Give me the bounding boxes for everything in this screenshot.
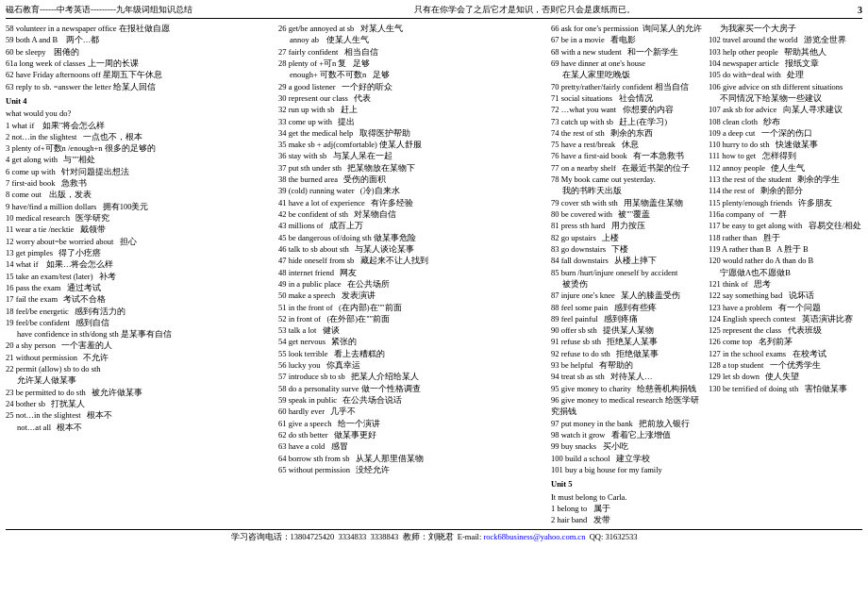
entry: 95 give money to charity 给慈善机构捐钱 <box>551 383 705 394</box>
entry: 97 put money in the bank 把前放入银行 <box>551 418 705 429</box>
entry: 71 social situations 社会情况 <box>551 92 705 104</box>
entry: 9 have/find a million dollars 拥有100美元 <box>6 201 275 212</box>
entry: 为我家买一个大房子 <box>709 23 862 34</box>
entry: 101 buy a big house for my family <box>551 464 705 475</box>
entry: 77 on a nearby shelf 在最近书架的位子 <box>551 162 705 174</box>
entry: 48 internet friend 网友 <box>278 267 547 278</box>
entry: 68 with a new student 和一个新学生 <box>551 46 705 58</box>
entry: 118 rather than 胜于 <box>709 232 862 243</box>
entry: 61 give a speech 给一个演讲 <box>278 418 547 429</box>
entry: 56 lucky you 你真幸运 <box>278 359 547 371</box>
entry: 63 have a cold 感冒 <box>278 440 547 452</box>
entry: 1 what if 如果"将会怎么样 <box>6 120 275 131</box>
entry: 35 make sb + adj(comfortable) 使某人舒服 <box>278 139 547 150</box>
entry: 89 feel painful 感到疼痛 <box>551 313 705 324</box>
entry: 65 without permission 没经允许 <box>278 464 547 475</box>
column-3-right: 为我家买一个大房子 102 travel around the world 游览… <box>709 23 862 525</box>
entry: 28 plenty of +可n 复 足够 <box>278 58 547 69</box>
entry: 70 pretty/rather/fairly confident 相当自信 <box>551 81 705 92</box>
entry: 51 in the front of (在内部)在""前面 <box>278 302 547 313</box>
entry: 34 get the medical help 取得医护帮助 <box>278 127 547 139</box>
entry: 127 in the school exams 在校考试 <box>709 348 862 359</box>
entry: have confidence in sth/dong sth 是某事有自信 <box>6 328 275 340</box>
column-3-left: 66 ask for one's permission 询问某人的允许 67 b… <box>551 23 705 525</box>
entry: 42 be confident of sth 对某物自信 <box>278 208 547 220</box>
entry: 114 the rest of 剩余的部分 <box>709 185 862 196</box>
entry: 109 a deep cut 一个深的伤口 <box>709 127 862 139</box>
entry: 32 run up with sb 赶上 <box>278 104 547 115</box>
entry: 45 be dangerous of/doing sth 做某事危险 <box>278 232 547 243</box>
entry: 43 millions of 成百上万 <box>278 220 547 231</box>
entry: 123 have a problem 有一个问题 <box>709 302 862 313</box>
entry: 122 say something bad 说坏话 <box>709 290 862 301</box>
entry: 49 in a public place 在公共场所 <box>278 278 547 290</box>
entry: 18 feel/be energetic 感到有活力的 <box>6 306 275 317</box>
entry: 102 travel around the world 游览全世界 <box>709 34 862 45</box>
entry: 75 have a rest/break 休息 <box>551 139 705 150</box>
entry: 54 get nervous 紧张的 <box>278 336 547 347</box>
entry: 72 …what you want 你想要的内容 <box>551 104 705 115</box>
entry: 110 hurry to do sth 快速做某事 <box>709 139 862 150</box>
entry: 23 be permitted to do sth 被允许做某事 <box>6 387 275 398</box>
page-container: 磁石教育------中考英语---------九年级词组知识总结 只有在你学会了… <box>0 0 868 547</box>
entry: 59 both A and B 两个…都 <box>6 34 275 45</box>
column-3: 66 ask for one's permission 询问某人的允许 67 b… <box>551 23 862 525</box>
entry: 我的书昨天出版 <box>551 185 705 196</box>
entry: 84 fall downstairs 从楼上摔下 <box>551 255 705 266</box>
entry: 129 let sb down 使人失望 <box>709 371 862 382</box>
entry: 2 hair band 发带 <box>551 514 705 525</box>
entry: 107 ask sb for advice 向某人寻求建议 <box>709 104 862 115</box>
entry: 19 feel/be confident 感到自信 <box>6 317 275 328</box>
entry: 4 get along with 与""相处 <box>6 154 275 165</box>
entry: 21 without permission 不允许 <box>6 352 275 363</box>
entry: 67 be in a movie 看电影 <box>551 34 705 45</box>
entry: 8 come out 出版，发表 <box>6 189 275 200</box>
entry: 93 be helpful 有帮助的 <box>551 359 705 371</box>
entry: 98 watch it grow 看着它上涨增值 <box>551 429 705 440</box>
page-header: 磁石教育------中考英语---------九年级词组知识总结 只有在你学会了… <box>6 4 862 19</box>
entry: 1 belong to 属于 <box>551 503 705 514</box>
entry: 90 offer sb sth 提供某人某物 <box>551 324 705 336</box>
entry: 16 pass the exam 通过考试 <box>6 282 275 293</box>
entry: 61a long week of classes 上一周的长课 <box>6 58 275 69</box>
entry: 115 plenty/enough friends 许多朋友 <box>709 197 862 208</box>
entry: 39 (cold) running water (冷)自来水 <box>278 185 547 196</box>
entry: 57 introduce sb to sb 把某人介绍给某人 <box>278 371 547 382</box>
entry: 124 English speech contest 英语演讲比赛 <box>709 313 862 324</box>
entry: 130 be terrified of doing sth 害怕做某事 <box>709 383 862 394</box>
entry: 允许某人做某事 <box>6 374 275 386</box>
column-2: 26 get/be annoyed at sb 对某人生气 annoy ab 使… <box>278 23 547 525</box>
entry: 60 be sleepy 困倦的 <box>6 46 275 58</box>
entry: 36 stay with sb 与某人呆在一起 <box>278 150 547 161</box>
entry: 26 get/be annoyed at sb 对某人生气 <box>278 23 547 34</box>
entry: 13 get pimples 得了小疙瘩 <box>6 247 275 258</box>
entry: 38 the burned area 受伤的面积 <box>278 174 547 185</box>
entry: 100 build a school 建立学校 <box>551 453 705 464</box>
entry: 99 buy snacks 买小吃 <box>551 440 705 452</box>
entry: 108 clean cloth 纱布 <box>709 116 862 127</box>
entry: 53 talk a lot 健谈 <box>278 324 547 336</box>
entry: 59 speak in public 在公共场合说话 <box>278 394 547 406</box>
footer-email[interactable]: rock68business@yahoo.com.cn <box>483 532 585 541</box>
entry: 73 catch up with sb 赶上(在学习) <box>551 116 705 127</box>
entry: 103 help other people 帮助其他人 <box>709 46 862 58</box>
unit-subtitle: what would you do? <box>6 108 275 119</box>
unit-title: Unit 4 <box>6 95 275 107</box>
entry: 25 not…in the slightest 根本不 <box>6 409 275 421</box>
entry: 79 cover sth with sth 用某物盖住某物 <box>551 197 705 208</box>
entry: 88 feel some pain 感到有些疼 <box>551 302 705 313</box>
entry: not…at all 根本不 <box>6 422 275 433</box>
entry: 125 represent the class 代表班级 <box>709 324 862 336</box>
entry: 62 do sth better 做某事更好 <box>278 429 547 440</box>
entry: 62 have Friday afternoons off 星期五下午休息 <box>6 69 275 80</box>
entry: 104 newspaper article 报纸文章 <box>709 58 862 69</box>
entry: 78 My book came out yesterday. <box>551 174 705 185</box>
entry: 33 come up with 提出 <box>278 116 547 127</box>
entry: 112 annoy people 使人生气 <box>709 162 862 174</box>
entry: 58 do a personality surve 做一个性格调查 <box>278 383 547 394</box>
entry: 宁愿做A也不愿做B <box>709 267 862 278</box>
page-number: 3 <box>858 5 862 15</box>
entry: annoy ab 使某人生气 <box>278 34 547 45</box>
entry: 66 ask for one's permission 询问某人的允许 <box>551 23 705 34</box>
entry: 52 in front of (在外部)在""前面 <box>278 313 547 324</box>
